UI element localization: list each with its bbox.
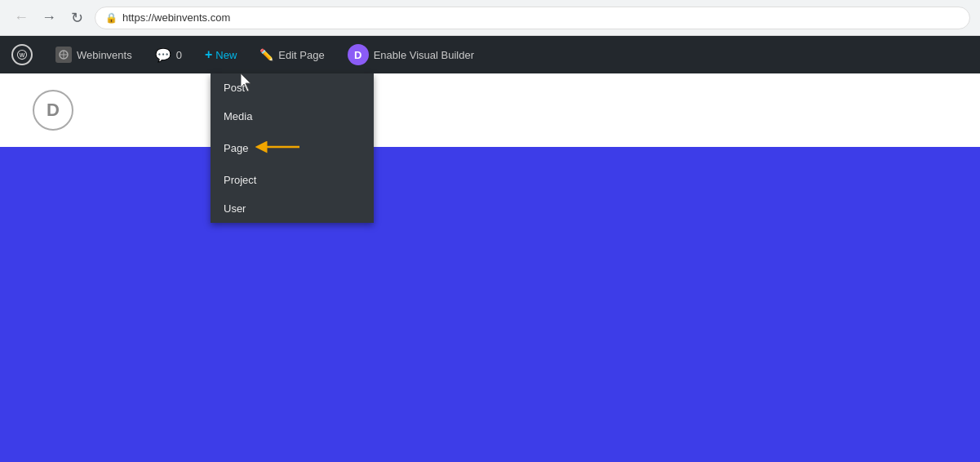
divi-item[interactable]: D Enable Visual Builder xyxy=(336,36,486,73)
dropdown-item-media[interactable]: Media xyxy=(211,102,374,131)
divi-logo: D xyxy=(348,44,369,65)
url-text: https://webinvents.com xyxy=(122,11,230,24)
new-button[interactable]: + New xyxy=(193,36,248,73)
pencil-icon: ✏️ xyxy=(259,48,273,61)
browser-chrome: ← → ↻ 🔒 https://webinvents.com xyxy=(0,0,980,36)
project-label: Project xyxy=(224,174,256,186)
d-avatar-circle: D xyxy=(33,90,73,131)
media-label: Media xyxy=(224,110,252,122)
new-label: New xyxy=(215,49,237,61)
dropdown-item-project[interactable]: Project xyxy=(211,166,374,194)
edit-page-label: Edit Page xyxy=(278,49,324,61)
forward-button[interactable]: → xyxy=(38,7,60,29)
enable-vb-label: Enable Visual Builder xyxy=(374,49,474,61)
nav-buttons: ← → ↻ xyxy=(10,7,88,29)
orange-arrow-icon xyxy=(255,139,304,158)
reload-button[interactable]: ↻ xyxy=(65,7,88,29)
dropdown-item-page[interactable]: Page xyxy=(211,131,374,166)
comment-count: 0 xyxy=(176,49,182,61)
webinvents-label: Webinvents xyxy=(77,49,132,61)
wp-admin-bar: W Webinvents 💬 0 + New ✏️ Edit Page D xyxy=(0,36,980,73)
address-bar[interactable]: 🔒 https://webinvents.com xyxy=(95,7,970,29)
comment-icon: 💬 xyxy=(155,47,171,63)
user-label: User xyxy=(224,202,246,215)
wp-logo: W xyxy=(11,44,33,65)
comments-item[interactable]: 💬 0 xyxy=(144,36,193,73)
post-label: Post xyxy=(224,82,245,94)
wp-logo-item[interactable]: W xyxy=(0,36,44,73)
new-dropdown-menu: Post Media Page Project xyxy=(211,73,374,223)
webinvents-item[interactable]: Webinvents xyxy=(44,36,144,73)
back-button[interactable]: ← xyxy=(10,7,33,29)
edit-page-item[interactable]: ✏️ Edit Page xyxy=(248,36,335,73)
dropdown-item-user[interactable]: User xyxy=(211,194,374,223)
main-content: D xyxy=(0,73,980,462)
dropdown-item-post[interactable]: Post xyxy=(211,73,374,102)
plus-icon: + xyxy=(205,47,212,62)
svg-text:W: W xyxy=(20,52,25,58)
white-section: D xyxy=(0,73,980,147)
lock-icon: 🔒 xyxy=(105,12,118,24)
page-label: Page xyxy=(224,142,248,154)
blue-section xyxy=(0,147,980,462)
webinvents-icon xyxy=(55,47,72,63)
